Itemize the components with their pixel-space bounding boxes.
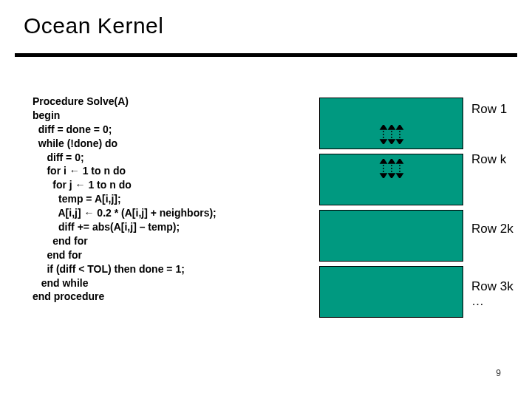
- partition-block: [319, 266, 463, 318]
- code-line: if (diff < TOL) then done = 1;: [33, 263, 185, 275]
- svg-marker-1: [381, 125, 386, 129]
- svg-marker-13: [389, 159, 395, 163]
- row-label: Row 3k: [471, 279, 514, 294]
- code-line: end for: [33, 235, 88, 247]
- pseudocode-block: Procedure Solve(A) begin diff = done = 0…: [33, 95, 216, 304]
- code-line: end procedure: [33, 290, 104, 302]
- code-line: while (!done) do: [33, 137, 117, 149]
- code-line: for i ← 1 to n do: [33, 165, 126, 177]
- exchange-arrows-icon: [373, 125, 410, 144]
- partition-block: [319, 154, 463, 205]
- code-line: diff = done = 0;: [33, 123, 112, 135]
- row-label: Row 1: [471, 102, 507, 117]
- code-line: end for: [33, 249, 82, 261]
- svg-marker-17: [397, 174, 403, 178]
- svg-marker-5: [389, 140, 395, 144]
- code-line: diff = 0;: [33, 151, 84, 163]
- code-line: begin: [33, 109, 60, 121]
- code-line: A[i,j] ← 0.2 * (A[i,j] + neighbors);: [33, 207, 216, 219]
- row-label: Row k: [471, 152, 506, 167]
- exchange-arrows-icon: [373, 159, 410, 178]
- svg-marker-4: [389, 125, 395, 129]
- partition-diagram: [319, 98, 463, 322]
- row-ellipsis: …: [471, 294, 484, 309]
- partition-block: [319, 98, 463, 149]
- page-number: 9: [496, 368, 501, 378]
- slide-title: Ocean Kernel: [24, 13, 163, 38]
- svg-marker-16: [397, 159, 403, 163]
- code-line: Procedure Solve(A): [33, 95, 129, 107]
- code-line: diff += abs(A[i,j] – temp);: [33, 221, 180, 233]
- code-line: for j ← 1 to n do: [33, 179, 132, 191]
- svg-marker-11: [381, 174, 386, 178]
- svg-marker-14: [389, 174, 395, 178]
- svg-marker-2: [381, 140, 386, 144]
- code-line: temp = A[i,j];: [33, 193, 121, 205]
- svg-marker-10: [381, 159, 386, 163]
- partition-block: [319, 210, 463, 262]
- svg-marker-8: [397, 140, 403, 144]
- code-line: end while: [33, 277, 88, 289]
- row-label: Row 2k: [471, 222, 514, 236]
- svg-marker-7: [397, 125, 403, 129]
- title-rule: [15, 53, 517, 57]
